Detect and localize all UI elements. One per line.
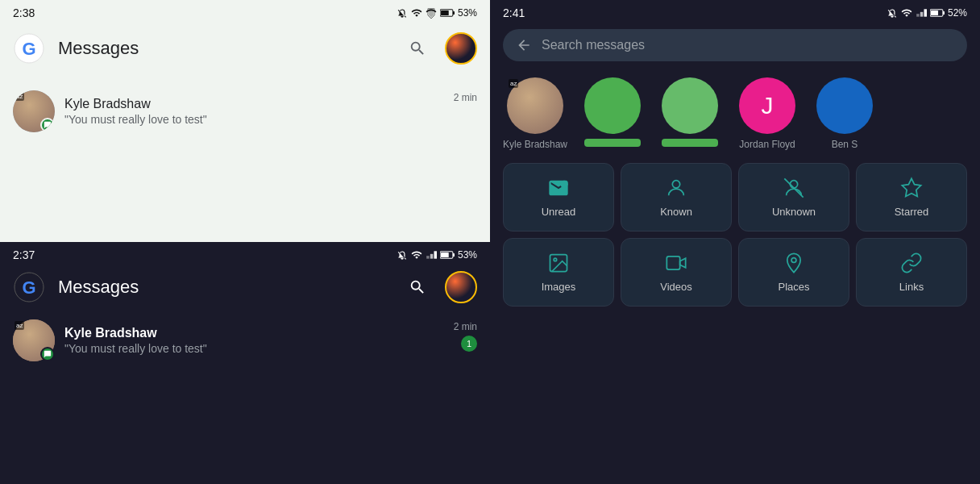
status-time-light: 2:38 [13, 6, 35, 19]
status-time-right: 2:41 [503, 6, 525, 19]
contact-avatar-green2 [662, 77, 718, 134]
contact-avatar-green1 [584, 77, 641, 134]
search-button-light[interactable] [403, 34, 432, 63]
svg-marker-15 [924, 9, 927, 16]
starred-icon [900, 177, 923, 199]
status-icons-light: 53% [397, 7, 477, 19]
user-avatar-dark[interactable] [445, 271, 477, 303]
msg-sender-dark: Kyle Bradshaw [64, 326, 444, 340]
filter-label-starred: Starred [895, 206, 929, 218]
known-icon [665, 177, 687, 199]
contact-green1[interactable] [580, 77, 645, 150]
avatar-dark: az [13, 319, 55, 361]
links-icon [900, 252, 923, 274]
message-list-light: az Kyle Bradshaw "You must really love t… [0, 74, 490, 148]
filter-unknown[interactable]: Unknown [738, 163, 849, 232]
contact-avatar-jordan: J [739, 77, 795, 134]
google-logo-dark: G [13, 271, 45, 303]
contact-avatar-kyle: az [507, 77, 563, 134]
filter-label-links: Links [899, 281, 924, 293]
svg-rect-1 [441, 10, 449, 15]
search-icon-dark [409, 278, 426, 296]
svg-rect-10 [453, 253, 455, 257]
filter-starred[interactable]: Starred [856, 163, 967, 232]
filter-images[interactable]: Images [503, 238, 614, 307]
user-avatar-light[interactable] [445, 32, 477, 65]
contact-name-jordan: Jordan Floyd [739, 139, 795, 150]
message-item-dark[interactable]: az Kyle Bradshaw "You must really love t… [0, 310, 490, 371]
filter-label-images: Images [542, 281, 576, 293]
right-panel: 2:41 52% Search messages az Kyle Bradsha… [490, 0, 980, 484]
svg-rect-26 [666, 257, 679, 269]
msg-time-dark: 2 min 1 [454, 319, 477, 352]
contacts-row: az Kyle Bradshaw J Jordan Floyd Ben S [490, 71, 980, 156]
svg-marker-14 [920, 12, 924, 17]
contact-green2[interactable] [658, 77, 722, 150]
mute-icon [397, 7, 408, 19]
filter-grid: Unread Known Unknown Starred [490, 156, 980, 313]
avatar-badge-dark [40, 347, 55, 361]
filter-label-unknown: Unknown [772, 206, 816, 218]
contact-ben[interactable]: Ben S [812, 77, 877, 150]
app-title-dark: Messages [58, 277, 390, 298]
status-icons-right: 52% [887, 7, 967, 19]
svg-marker-27 [680, 258, 686, 268]
search-button-dark[interactable] [403, 273, 432, 302]
contact-kyle[interactable]: az Kyle Bradshaw [503, 77, 567, 150]
avatar-badge [40, 118, 55, 132]
svg-text:G: G [22, 39, 35, 59]
status-icons-dark: 53% [397, 249, 477, 261]
signal-icon [426, 7, 437, 19]
contact-name-bar1 [584, 139, 641, 147]
filter-unread[interactable]: Unread [503, 163, 614, 232]
msg-preview-dark: "You must really love to test" [64, 342, 444, 355]
battery-pct-light: 53% [458, 7, 477, 19]
msg-preview-light: "You must really love to test" [64, 113, 444, 126]
contact-avatar-ben [816, 77, 873, 134]
svg-rect-9 [441, 252, 449, 257]
wifi-icon-dark [411, 249, 422, 261]
chat-icon-dark [44, 350, 52, 358]
left-panel: 2:38 53% G Messages [0, 0, 490, 484]
az-label-dark: az [15, 321, 24, 330]
contact-jordan[interactable]: J Jordan Floyd [735, 77, 799, 150]
contact-name-bar2 [662, 139, 718, 147]
battery-icon-dark [440, 250, 455, 260]
battery-pct-dark: 53% [458, 249, 477, 261]
az-label: az [15, 92, 24, 101]
svg-text:G: G [22, 277, 35, 298]
unknown-icon [783, 177, 805, 199]
status-bar-right: 2:41 52% [490, 0, 980, 23]
filter-label-known: Known [660, 206, 692, 218]
search-bar-container: Search messages [490, 23, 980, 71]
search-placeholder: Search messages [542, 38, 954, 52]
message-item-light[interactable]: az Kyle Bradshaw "You must really love t… [0, 81, 490, 142]
svg-point-20 [672, 181, 679, 188]
filter-videos[interactable]: Videos [621, 238, 732, 307]
signal-icon-right [916, 7, 927, 19]
app-bar-light: G Messages [0, 23, 490, 74]
back-icon[interactable] [516, 37, 532, 53]
places-icon [783, 252, 805, 274]
filter-places[interactable]: Places [738, 238, 849, 307]
unread-icon [547, 177, 570, 199]
az-label-kyle: az [509, 79, 518, 88]
msg-content-light: Kyle Bradshaw "You must really love to t… [64, 97, 444, 126]
svg-marker-6 [430, 254, 434, 259]
contact-name-kyle: Kyle Bradshaw [503, 139, 567, 150]
filter-links[interactable]: Links [856, 238, 967, 307]
filter-label-places: Places [778, 281, 809, 293]
search-bar[interactable]: Search messages [503, 29, 967, 61]
app-title-light: Messages [58, 38, 390, 59]
status-bar-light: 2:38 53% [0, 0, 490, 23]
filter-known[interactable]: Known [621, 163, 732, 232]
filter-label-unread: Unread [542, 206, 576, 218]
filter-label-videos: Videos [660, 281, 692, 293]
images-icon [547, 252, 570, 274]
svg-point-19 [560, 181, 567, 188]
svg-point-25 [554, 258, 557, 261]
battery-pct-right: 52% [948, 7, 967, 19]
svg-marker-23 [902, 178, 920, 196]
google-logo: G [13, 32, 45, 65]
mute-icon-right [887, 7, 898, 19]
